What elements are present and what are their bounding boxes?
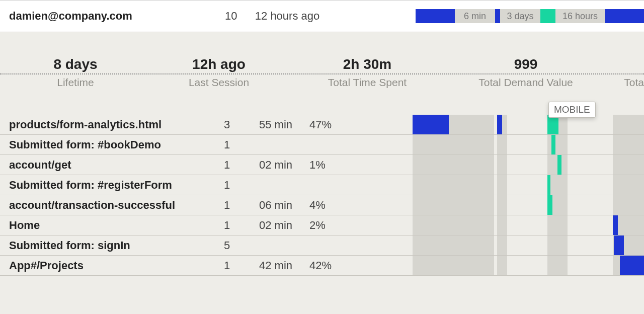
timeline-bar	[614, 236, 624, 255]
timeline-segment	[605, 9, 644, 23]
timeline-bar	[413, 135, 494, 154]
page-percent: 2%	[309, 219, 355, 232]
page-percent: 4%	[309, 199, 355, 212]
user-email: damien@company.com	[9, 10, 225, 23]
timeline-bar	[413, 236, 494, 255]
row-timeline	[413, 195, 644, 215]
timeline-segment	[416, 9, 455, 23]
timeline-bar	[551, 135, 555, 154]
timeline-bar	[613, 195, 644, 215]
timeline-bar	[413, 215, 494, 235]
timeline-bar	[547, 135, 568, 154]
page-duration: 06 min	[259, 199, 309, 212]
table-row[interactable]: products/form-analytics.html355 min47%	[0, 115, 644, 135]
timeline-bar	[413, 155, 494, 175]
timeline-bar	[547, 175, 568, 195]
page-count: 1	[224, 199, 259, 212]
timeline-bar	[547, 256, 568, 275]
page-count: 1	[224, 138, 259, 151]
page-duration: 02 min	[259, 219, 309, 232]
timeline-segment: 3 days	[500, 9, 540, 23]
timeline-bar	[497, 135, 507, 154]
timeline-bar	[413, 115, 449, 134]
timeline-bar	[497, 115, 502, 134]
timeline-bar	[497, 195, 507, 215]
page-count: 5	[224, 239, 259, 252]
timeline-bar	[497, 236, 507, 255]
timeline-bar	[497, 155, 507, 175]
page-name: Home	[0, 219, 224, 232]
last-seen: 12 hours ago	[255, 10, 416, 23]
page-activity-table: MOBILE products/form-analytics.html355 m…	[0, 115, 644, 276]
row-timeline	[413, 115, 644, 134]
timeline-segment	[540, 9, 555, 23]
page-name: account/transaction-successful	[0, 199, 224, 212]
user-session-row[interactable]: damien@company.com 10 12 hours ago 6 min…	[0, 0, 644, 32]
timeline-bar	[547, 236, 568, 255]
row-timeline	[413, 256, 644, 275]
timeline-bar	[497, 256, 507, 275]
table-row[interactable]: Submitted form: #bookDemo1	[0, 135, 644, 155]
page-percent: 42%	[309, 259, 355, 272]
stat-last-session-value: 12h ago	[151, 56, 287, 72]
table-row[interactable]: account/transaction-successful106 min4%	[0, 195, 644, 215]
timeline-bar	[413, 256, 494, 275]
page-name: Submitted form: #bookDemo	[0, 138, 224, 151]
summary-labels: Lifetime Last Session Total Time Spent T…	[0, 74, 644, 89]
timeline-bar	[620, 256, 644, 275]
mobile-tooltip: MOBILE	[548, 102, 596, 118]
page-name: App#/Projects	[0, 259, 224, 272]
timeline-bar	[613, 155, 644, 175]
table-row[interactable]: App#/Projects142 min42%	[0, 256, 644, 276]
timeline-bar	[557, 155, 561, 175]
page-duration: 02 min	[259, 159, 309, 172]
page-name: Submitted form: #registerForm	[0, 179, 224, 192]
page-count: 1	[224, 259, 259, 272]
page-name: Submitted form: signIn	[0, 239, 224, 252]
timeline-bar	[613, 175, 644, 195]
stat-lifetime-label: Lifetime	[0, 74, 151, 89]
stat-lifetime-value: 8 days	[0, 56, 151, 72]
timeline-bar	[547, 195, 552, 215]
stat-total-time-value: 2h 30m	[287, 56, 448, 72]
table-row[interactable]: Home102 min2%	[0, 215, 644, 236]
stat-last-session-label: Last Session	[151, 74, 287, 89]
timeline-bar	[613, 215, 618, 235]
table-row[interactable]: account/get102 min1%	[0, 155, 644, 175]
timeline-bar	[613, 135, 644, 154]
row-timeline	[413, 236, 644, 255]
timeline-bar	[413, 195, 494, 215]
timeline-segment: 16 hours	[555, 9, 605, 23]
page-count: 3	[224, 118, 259, 131]
table-row[interactable]: Submitted form: signIn5	[0, 236, 644, 256]
page-name: products/form-analytics.html	[0, 118, 224, 131]
timeline-bar	[547, 215, 568, 235]
timeline-bar	[547, 175, 550, 195]
page-count: 1	[224, 179, 259, 192]
stat-demand-value: 999	[448, 56, 604, 72]
row-timeline	[413, 155, 644, 175]
row-timeline	[413, 215, 644, 235]
timeline-bar	[613, 115, 644, 134]
stat-extra-label: Tota	[604, 74, 644, 89]
page-percent: 47%	[309, 118, 355, 131]
timeline-bar	[413, 175, 494, 195]
summary-stats: 8 days 12h ago 2h 30m 999	[0, 56, 644, 74]
page-count: 1	[224, 219, 259, 232]
page-percent: 1%	[309, 159, 355, 172]
page-name: account/get	[0, 159, 224, 172]
table-row[interactable]: Submitted form: #registerForm1	[0, 175, 644, 195]
stat-demand-label: Total Demand Value	[448, 74, 604, 89]
stat-total-time-label: Total Time Spent	[287, 74, 448, 89]
timeline-segment	[495, 9, 500, 23]
page-duration: 42 min	[259, 259, 309, 272]
page-count: 1	[224, 159, 259, 172]
row-timeline	[413, 135, 644, 154]
timeline-bar	[497, 175, 507, 195]
visit-count: 10	[225, 10, 255, 23]
timeline-segment: 6 min	[455, 9, 495, 23]
timeline-bar	[497, 215, 507, 235]
row-timeline	[413, 175, 644, 195]
session-timeline: 6 min3 days16 hours	[416, 9, 644, 24]
page-duration: 55 min	[259, 118, 309, 131]
